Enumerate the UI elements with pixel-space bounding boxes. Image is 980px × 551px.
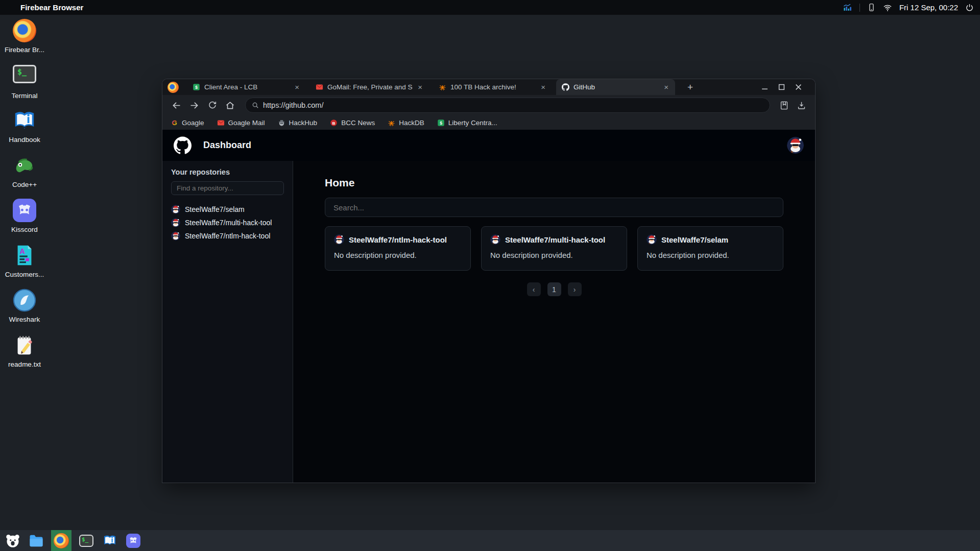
maximize-icon[interactable] bbox=[778, 84, 785, 90]
back-icon[interactable] bbox=[169, 98, 184, 113]
svg-text:$: $ bbox=[440, 120, 442, 125]
tray-divider bbox=[859, 4, 860, 12]
tab-hack-archive[interactable]: 100 TB Hack archive! × bbox=[433, 79, 552, 95]
repo-card-description: No description provided. bbox=[334, 251, 462, 259]
forward-icon[interactable] bbox=[186, 98, 202, 113]
desktop-icon-handbook[interactable]: Handbook bbox=[0, 109, 49, 143]
tab-close-icon[interactable]: × bbox=[540, 83, 546, 91]
bookmark-liberty-central[interactable]: $ Liberty Centra... bbox=[437, 119, 497, 127]
file-manager-folder-icon[interactable] bbox=[28, 532, 45, 549]
bookmark-goagle-mail[interactable]: Goagle Mail bbox=[217, 119, 265, 127]
bookmark-hackdb[interactable]: HackDB bbox=[388, 119, 424, 127]
tab-client-area[interactable]: $ Client Area - LCB × bbox=[187, 79, 306, 95]
spy-icon bbox=[278, 119, 285, 127]
system-top-bar: Firebear Browser bbox=[0, 0, 980, 15]
url-input[interactable] bbox=[263, 101, 763, 109]
desktop-icon-label: Customers... bbox=[0, 271, 49, 278]
github-header: Dashboard bbox=[162, 130, 815, 161]
taskbar-firefox-active[interactable] bbox=[51, 530, 71, 551]
firefox-icon bbox=[6, 3, 15, 12]
github-favicon bbox=[562, 83, 569, 91]
chameleon-icon bbox=[13, 154, 36, 177]
dollar-favicon: $ bbox=[193, 83, 200, 91]
repo-card-link[interactable]: SteelWaffe7/selam bbox=[661, 235, 728, 244]
bcc-b-icon: B bbox=[330, 119, 338, 127]
spider-favicon bbox=[439, 83, 446, 91]
browser-window: $ Client Area - LCB × GoMail: Free, Priv… bbox=[162, 79, 815, 483]
desktop-icon-kisscord[interactable]: Kisscord bbox=[0, 199, 49, 233]
browser-menu-firefox-icon[interactable] bbox=[168, 82, 179, 93]
desktop-icon-firebear[interactable]: Firebear Br... bbox=[0, 19, 49, 54]
page-title: Dashboard bbox=[203, 140, 251, 151]
system-tray: Fri 12 Sep, 00:22 bbox=[843, 3, 974, 12]
search-icon bbox=[252, 102, 259, 109]
network-activity-icon[interactable] bbox=[843, 3, 852, 12]
tab-github[interactable]: GitHub × bbox=[556, 79, 675, 95]
power-icon[interactable] bbox=[965, 3, 974, 12]
repo-card-description: No description provided. bbox=[490, 251, 618, 259]
phone-icon[interactable] bbox=[867, 3, 876, 12]
repo-link-ntlm-hack-tool[interactable]: SteelWaffe7/ntlm-hack-tool bbox=[171, 231, 284, 241]
chevron-left-icon[interactable]: ‹ bbox=[527, 282, 541, 296]
tab-close-icon[interactable]: × bbox=[294, 83, 300, 91]
github-body: Your repostories SteelWaffe7/selam Steel… bbox=[162, 161, 815, 483]
desktop-icon-terminal[interactable]: $_ Terminal bbox=[0, 64, 49, 100]
find-repository-input[interactable] bbox=[171, 181, 284, 195]
page-number-button[interactable]: 1 bbox=[547, 282, 561, 296]
tab-close-icon[interactable]: × bbox=[663, 83, 670, 91]
taskbar-terminal-icon[interactable]: $_ bbox=[78, 532, 95, 549]
download-icon[interactable] bbox=[794, 98, 809, 113]
sidebar-title: Your repostories bbox=[171, 168, 284, 176]
repo-name: SteelWaffe7/selam bbox=[185, 205, 245, 213]
bookmark-goagle[interactable]: G Goagle bbox=[171, 119, 204, 127]
terminal-icon: $_ bbox=[13, 65, 36, 88]
desktop-icon-label: Kisscord bbox=[0, 226, 49, 233]
repo-cards: SteelWaffe7/ntlm-hack-tool No descriptio… bbox=[325, 226, 783, 271]
home-heading: Home bbox=[325, 176, 783, 189]
repo-card: SteelWaffe7/selam No description provide… bbox=[637, 226, 783, 271]
repo-link-selam[interactable]: SteelWaffe7/selam bbox=[171, 204, 284, 214]
tab-title: GitHub bbox=[573, 83, 659, 91]
handbook-icon bbox=[13, 109, 36, 132]
bookmark-label: HackHub bbox=[289, 119, 318, 127]
reload-icon[interactable] bbox=[204, 98, 220, 113]
active-app-name: Firebear Browser bbox=[20, 3, 83, 12]
clock[interactable]: Fri 12 Sep, 00:22 bbox=[899, 3, 958, 12]
repo-card-link[interactable]: SteelWaffe7/ntlm-hack-tool bbox=[349, 235, 447, 244]
repo-link-multi-hack-tool[interactable]: SteelWaffe7/multi-hack-tool bbox=[171, 218, 284, 227]
close-window-icon[interactable] bbox=[795, 84, 802, 90]
repo-card-link[interactable]: SteelWaffe7/multi-hack-tool bbox=[505, 235, 605, 244]
svg-text:$: $ bbox=[195, 85, 198, 90]
repo-avatar bbox=[490, 234, 500, 245]
desktop-icon-readme[interactable]: readme.txt bbox=[0, 333, 49, 368]
minimize-icon[interactable] bbox=[761, 84, 768, 90]
tab-close-icon[interactable]: × bbox=[417, 83, 423, 91]
desktop-icon-customers[interactable]: A Customers... bbox=[0, 244, 49, 278]
home-icon[interactable] bbox=[222, 98, 238, 113]
bookmark-label: HackDB bbox=[399, 119, 424, 127]
taskbar-kisscord-icon[interactable] bbox=[125, 532, 142, 549]
tab-title: GoMail: Free, Private and Sec... bbox=[327, 83, 413, 91]
menu-bear-icon[interactable] bbox=[4, 532, 21, 549]
pagination: ‹ 1 › bbox=[325, 282, 783, 296]
repo-card-description: No description provided. bbox=[647, 251, 774, 259]
tab-gomail[interactable]: GoMail: Free, Private and Sec... × bbox=[310, 79, 429, 95]
dashboard-search-input[interactable] bbox=[325, 198, 783, 217]
desktop-icon-wireshark[interactable]: Wireshark bbox=[0, 289, 49, 323]
repo-card: SteelWaffe7/multi-hack-tool No descripti… bbox=[481, 226, 627, 271]
notepad-pencil-icon bbox=[13, 333, 36, 357]
new-tab-button[interactable]: + bbox=[684, 82, 696, 93]
bookmarks-bar: G Goagle Goagle Mail HackHub B bbox=[162, 115, 815, 130]
repo-avatar bbox=[171, 205, 180, 214]
user-avatar[interactable] bbox=[787, 137, 804, 154]
firefox-icon bbox=[54, 533, 69, 548]
bookmark-hackhub[interactable]: HackHub bbox=[278, 119, 318, 127]
taskbar-handbook-icon[interactable] bbox=[101, 532, 118, 549]
reading-list-icon[interactable] bbox=[776, 98, 792, 113]
url-bar[interactable] bbox=[245, 98, 770, 113]
github-logo-icon[interactable] bbox=[174, 136, 192, 154]
chevron-right-icon[interactable]: › bbox=[568, 282, 582, 296]
bookmark-bcc-news[interactable]: B BCC News bbox=[330, 119, 375, 127]
desktop-icon-codepp[interactable]: Code++ bbox=[0, 154, 49, 188]
wifi-icon[interactable] bbox=[883, 3, 892, 12]
